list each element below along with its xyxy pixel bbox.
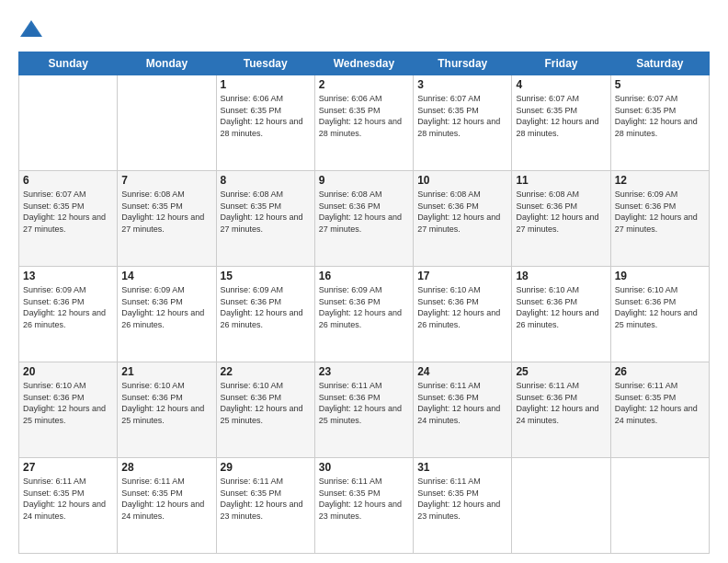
day-number: 25 — [516, 365, 606, 378]
day-number: 12 — [615, 174, 705, 187]
day-number: 6 — [23, 174, 113, 187]
day-info: Sunrise: 6:06 AM Sunset: 6:35 PM Dayligh… — [319, 93, 409, 139]
day-info: Sunrise: 6:08 AM Sunset: 6:35 PM Dayligh… — [221, 189, 311, 235]
calendar-header-wednesday: Wednesday — [314, 52, 413, 75]
header — [18, 17, 710, 42]
day-number: 29 — [221, 461, 311, 474]
day-info: Sunrise: 6:10 AM Sunset: 6:36 PM Dayligh… — [23, 380, 113, 426]
day-number: 10 — [417, 174, 507, 187]
day-info: Sunrise: 6:11 AM Sunset: 6:35 PM Dayligh… — [417, 476, 507, 522]
day-info: Sunrise: 6:10 AM Sunset: 6:36 PM Dayligh… — [417, 284, 507, 330]
day-info: Sunrise: 6:11 AM Sunset: 6:35 PM Dayligh… — [319, 476, 409, 522]
calendar-cell: 2Sunrise: 6:06 AM Sunset: 6:35 PM Daylig… — [314, 75, 413, 171]
day-info: Sunrise: 6:08 AM Sunset: 6:35 PM Dayligh… — [121, 189, 211, 235]
calendar-cell: 28Sunrise: 6:11 AM Sunset: 6:35 PM Dayli… — [118, 458, 216, 554]
calendar-cell: 1Sunrise: 6:06 AM Sunset: 6:35 PM Daylig… — [216, 75, 314, 171]
day-number: 11 — [516, 174, 606, 187]
calendar-header-thursday: Thursday — [414, 52, 512, 75]
calendar-cell: 27Sunrise: 6:11 AM Sunset: 6:35 PM Dayli… — [19, 458, 118, 554]
calendar-header-monday: Monday — [118, 52, 216, 75]
logo — [18, 17, 48, 42]
page: SundayMondayTuesdayWednesdayThursdayFrid… — [0, 0, 728, 563]
calendar-cell: 29Sunrise: 6:11 AM Sunset: 6:35 PM Dayli… — [216, 458, 314, 554]
day-info: Sunrise: 6:11 AM Sunset: 6:35 PM Dayligh… — [121, 476, 211, 522]
logo-icon — [18, 17, 44, 42]
calendar-cell: 13Sunrise: 6:09 AM Sunset: 6:36 PM Dayli… — [19, 267, 118, 362]
calendar-week-row: 20Sunrise: 6:10 AM Sunset: 6:36 PM Dayli… — [19, 362, 710, 458]
day-number: 24 — [417, 365, 507, 378]
calendar-week-row: 27Sunrise: 6:11 AM Sunset: 6:35 PM Dayli… — [19, 458, 710, 554]
day-number: 31 — [417, 461, 507, 474]
calendar-cell: 4Sunrise: 6:07 AM Sunset: 6:35 PM Daylig… — [512, 75, 610, 171]
calendar-cell: 21Sunrise: 6:10 AM Sunset: 6:36 PM Dayli… — [118, 362, 216, 458]
day-info: Sunrise: 6:10 AM Sunset: 6:36 PM Dayligh… — [221, 380, 311, 426]
day-info: Sunrise: 6:10 AM Sunset: 6:36 PM Dayligh… — [516, 284, 606, 330]
day-info: Sunrise: 6:11 AM Sunset: 6:36 PM Dayligh… — [516, 380, 606, 426]
day-info: Sunrise: 6:11 AM Sunset: 6:36 PM Dayligh… — [319, 380, 409, 426]
calendar-cell: 20Sunrise: 6:10 AM Sunset: 6:36 PM Dayli… — [19, 362, 118, 458]
day-info: Sunrise: 6:09 AM Sunset: 6:36 PM Dayligh… — [319, 284, 409, 330]
calendar-cell: 17Sunrise: 6:10 AM Sunset: 6:36 PM Dayli… — [414, 267, 512, 362]
calendar-cell — [610, 458, 709, 554]
day-info: Sunrise: 6:08 AM Sunset: 6:36 PM Dayligh… — [516, 189, 606, 235]
day-info: Sunrise: 6:11 AM Sunset: 6:35 PM Dayligh… — [23, 476, 113, 522]
calendar-cell: 19Sunrise: 6:10 AM Sunset: 6:36 PM Dayli… — [610, 267, 709, 362]
day-info: Sunrise: 6:07 AM Sunset: 6:35 PM Dayligh… — [417, 93, 507, 139]
calendar-cell: 16Sunrise: 6:09 AM Sunset: 6:36 PM Dayli… — [314, 267, 413, 362]
calendar-header-sunday: Sunday — [19, 52, 118, 75]
calendar-cell: 30Sunrise: 6:11 AM Sunset: 6:35 PM Dayli… — [314, 458, 413, 554]
day-info: Sunrise: 6:07 AM Sunset: 6:35 PM Dayligh… — [23, 189, 113, 235]
day-info: Sunrise: 6:11 AM Sunset: 6:35 PM Dayligh… — [221, 476, 311, 522]
calendar-cell: 5Sunrise: 6:07 AM Sunset: 6:35 PM Daylig… — [610, 75, 709, 171]
calendar-cell: 12Sunrise: 6:09 AM Sunset: 6:36 PM Dayli… — [610, 171, 709, 267]
day-info: Sunrise: 6:10 AM Sunset: 6:36 PM Dayligh… — [615, 284, 705, 330]
day-number: 18 — [516, 270, 606, 282]
day-info: Sunrise: 6:09 AM Sunset: 6:36 PM Dayligh… — [615, 189, 705, 235]
calendar-week-row: 6Sunrise: 6:07 AM Sunset: 6:35 PM Daylig… — [19, 171, 710, 267]
calendar-cell: 9Sunrise: 6:08 AM Sunset: 6:36 PM Daylig… — [314, 171, 413, 267]
day-number: 23 — [319, 365, 409, 378]
day-number: 16 — [319, 270, 409, 282]
calendar-cell: 3Sunrise: 6:07 AM Sunset: 6:35 PM Daylig… — [414, 75, 512, 171]
day-number: 30 — [319, 461, 409, 474]
calendar-cell: 22Sunrise: 6:10 AM Sunset: 6:36 PM Dayli… — [216, 362, 314, 458]
calendar-cell: 26Sunrise: 6:11 AM Sunset: 6:35 PM Dayli… — [610, 362, 709, 458]
day-number: 26 — [615, 365, 705, 378]
day-info: Sunrise: 6:09 AM Sunset: 6:36 PM Dayligh… — [23, 284, 113, 330]
calendar-cell: 18Sunrise: 6:10 AM Sunset: 6:36 PM Dayli… — [512, 267, 610, 362]
calendar-table: SundayMondayTuesdayWednesdayThursdayFrid… — [18, 52, 710, 554]
day-info: Sunrise: 6:09 AM Sunset: 6:36 PM Dayligh… — [121, 284, 211, 330]
day-number: 3 — [417, 78, 507, 91]
calendar-cell: 6Sunrise: 6:07 AM Sunset: 6:35 PM Daylig… — [19, 171, 118, 267]
calendar-header-tuesday: Tuesday — [216, 52, 314, 75]
day-number: 20 — [23, 365, 113, 378]
day-info: Sunrise: 6:11 AM Sunset: 6:35 PM Dayligh… — [615, 380, 705, 426]
day-info: Sunrise: 6:07 AM Sunset: 6:35 PM Dayligh… — [516, 93, 606, 139]
day-number: 13 — [23, 270, 113, 282]
day-number: 4 — [516, 78, 606, 91]
day-info: Sunrise: 6:10 AM Sunset: 6:36 PM Dayligh… — [121, 380, 211, 426]
day-info: Sunrise: 6:09 AM Sunset: 6:36 PM Dayligh… — [221, 284, 311, 330]
day-info: Sunrise: 6:08 AM Sunset: 6:36 PM Dayligh… — [417, 189, 507, 235]
calendar-cell — [19, 75, 118, 171]
day-info: Sunrise: 6:06 AM Sunset: 6:35 PM Dayligh… — [221, 93, 311, 139]
day-number: 2 — [319, 78, 409, 91]
calendar-week-row: 13Sunrise: 6:09 AM Sunset: 6:36 PM Dayli… — [19, 267, 710, 362]
calendar-cell — [118, 75, 216, 171]
day-info: Sunrise: 6:08 AM Sunset: 6:36 PM Dayligh… — [319, 189, 409, 235]
calendar-cell: 15Sunrise: 6:09 AM Sunset: 6:36 PM Dayli… — [216, 267, 314, 362]
day-number: 27 — [23, 461, 113, 474]
day-number: 28 — [121, 461, 211, 474]
calendar-cell: 24Sunrise: 6:11 AM Sunset: 6:36 PM Dayli… — [414, 362, 512, 458]
day-number: 9 — [319, 174, 409, 187]
calendar-week-row: 1Sunrise: 6:06 AM Sunset: 6:35 PM Daylig… — [19, 75, 710, 171]
calendar-cell: 11Sunrise: 6:08 AM Sunset: 6:36 PM Dayli… — [512, 171, 610, 267]
calendar-cell: 31Sunrise: 6:11 AM Sunset: 6:35 PM Dayli… — [414, 458, 512, 554]
calendar-cell — [512, 458, 610, 554]
calendar-cell: 7Sunrise: 6:08 AM Sunset: 6:35 PM Daylig… — [118, 171, 216, 267]
day-info: Sunrise: 6:11 AM Sunset: 6:36 PM Dayligh… — [417, 380, 507, 426]
day-number: 15 — [221, 270, 311, 282]
day-number: 22 — [221, 365, 311, 378]
day-number: 19 — [615, 270, 705, 282]
calendar-header-saturday: Saturday — [610, 52, 709, 75]
